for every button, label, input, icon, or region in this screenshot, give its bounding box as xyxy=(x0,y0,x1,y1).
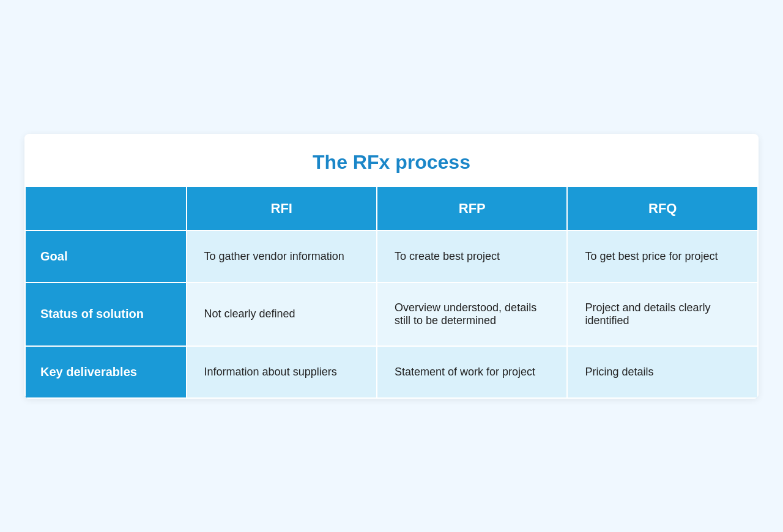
header-row: RFI RFP RFQ xyxy=(25,187,758,231)
deliverables-rfi: Information about suppliers xyxy=(187,346,377,398)
goal-label: Goal xyxy=(25,231,187,283)
header-empty xyxy=(25,187,187,231)
rfx-comparison-table: RFI RFP RFQ Goal To gather vendor inform… xyxy=(24,186,759,399)
header-rfp: RFP xyxy=(377,187,567,231)
title-section: The RFx process xyxy=(24,134,759,186)
deliverables-label: Key deliverables xyxy=(25,346,187,398)
deliverables-row: Key deliverables Information about suppl… xyxy=(25,346,758,398)
goal-rfi: To gather vendor information xyxy=(187,231,377,283)
status-label: Status of solution xyxy=(25,283,187,346)
goal-rfp: To create best project xyxy=(377,231,567,283)
rfx-table-container: The RFx process RFI RFP RFQ Goal To gath… xyxy=(24,134,759,399)
deliverables-rfq: Pricing details xyxy=(567,346,758,398)
status-rfq: Project and details clearly identified xyxy=(567,283,758,346)
goal-rfq: To get best price for project xyxy=(567,231,758,283)
goal-row: Goal To gather vendor information To cre… xyxy=(25,231,758,283)
status-row: Status of solution Not clearly defined O… xyxy=(25,283,758,346)
header-rfq: RFQ xyxy=(567,187,758,231)
header-rfi: RFI xyxy=(187,187,377,231)
page-title: The RFx process xyxy=(37,151,746,174)
status-rfp: Overview understood, details still to be… xyxy=(377,283,567,346)
status-rfi: Not clearly defined xyxy=(187,283,377,346)
deliverables-rfp: Statement of work for project xyxy=(377,346,567,398)
